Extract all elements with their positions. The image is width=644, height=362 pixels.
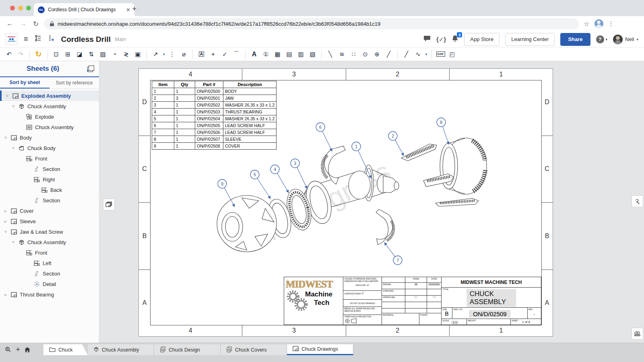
broken-out-section-icon[interactable]: ▨ bbox=[97, 49, 109, 60]
auxiliary-view-icon[interactable]: ⇅ bbox=[85, 49, 97, 60]
hole-table-icon[interactable]: ▥ bbox=[295, 49, 307, 60]
parts-table-row[interactable]: 23ON/P/02501JAW bbox=[152, 95, 277, 102]
share-button[interactable]: Share bbox=[560, 33, 590, 46]
sheet-tree-item-chuck-body[interactable]: ▿Chuck Body bbox=[0, 143, 99, 153]
comments-icon[interactable] bbox=[423, 35, 431, 43]
line-icon[interactable]: ╱ bbox=[400, 49, 412, 60]
parts-table-row[interactable]: 81ON/P/02507SLEEVE bbox=[152, 136, 277, 143]
insert-element-icon[interactable] bbox=[48, 35, 54, 44]
sheet-tree-item-section[interactable]: Section bbox=[0, 268, 99, 279]
dimension-dropdown-icon[interactable]: ▾ bbox=[161, 49, 166, 60]
undo-icon[interactable]: ↶ bbox=[3, 49, 15, 60]
measure-button[interactable] bbox=[632, 328, 643, 339]
mac-minimize-button[interactable] bbox=[18, 6, 23, 10]
url-text[interactable]: midwestmachinetech.onshape.com/documents… bbox=[58, 21, 380, 27]
parts-table-row[interactable]: 41ON/P/02503THRUST BEARING bbox=[152, 109, 277, 115]
sheet-tree-item-section[interactable]: Section bbox=[0, 164, 99, 174]
workspace-name[interactable]: Main bbox=[115, 36, 126, 42]
sheets-flyout-button[interactable] bbox=[103, 199, 115, 210]
parts-table-row[interactable]: 31ON/P/02502WASHER 26.35 x 33 x 1.2 bbox=[152, 102, 277, 109]
forward-icon[interactable]: → bbox=[20, 20, 27, 28]
company-logo[interactable]: MIDWESTMACHINE bbox=[6, 33, 17, 45]
new-tab-button[interactable]: + bbox=[132, 5, 136, 12]
parts-table-row[interactable]: 11ON/P/02500BODY bbox=[152, 88, 277, 95]
sheet-tree-item-body[interactable]: ▿Body bbox=[0, 132, 99, 143]
sheet-tree-item-left[interactable]: Left bbox=[0, 258, 99, 268]
cut-list-icon[interactable]: ▧ bbox=[307, 49, 318, 60]
sheet-tree-item-chuck-assembly[interactable]: Chuck Assembly bbox=[0, 122, 99, 132]
sheet-tree-item-cover[interactable]: ▹Cover bbox=[0, 206, 99, 216]
diameter-dimension-icon[interactable]: ⌀ bbox=[178, 49, 190, 60]
insert-image-icon[interactable]: ◰ bbox=[446, 49, 458, 60]
redo-icon[interactable]: ↷ bbox=[15, 49, 27, 60]
sheet-tree-item-thrust-bearing[interactable]: ▹Thrust Bearing bbox=[0, 289, 99, 300]
export-dxf-icon[interactable]: DXF bbox=[435, 49, 446, 60]
spline-icon[interactable]: ∿ bbox=[412, 49, 424, 60]
centerline-icon[interactable]: ╲ bbox=[324, 49, 336, 60]
caret-down-icon[interactable]: ▿ bbox=[3, 135, 8, 140]
center-mark-icon[interactable]: ⊕ bbox=[371, 49, 383, 60]
chamfer-dimension-icon[interactable]: ╱ bbox=[383, 49, 394, 60]
feature-script-icon[interactable]: {✓} bbox=[436, 36, 446, 43]
browser-menu-icon[interactable]: ⋮ bbox=[608, 20, 614, 27]
bom-table-icon[interactable]: ▤ bbox=[283, 49, 295, 60]
tab-sort-by-sheet[interactable]: Sort by sheet bbox=[0, 77, 50, 88]
app-store-button[interactable]: App Store bbox=[464, 33, 500, 46]
main-menu-icon[interactable]: ≡ bbox=[24, 35, 28, 43]
parts-table-row[interactable]: 51ON/P/02504WASHER 26.35 x 33 x 1.2 bbox=[152, 115, 277, 122]
bolt-circle-icon[interactable]: ⊙ bbox=[359, 49, 371, 60]
geometric-tolerance-icon[interactable]: ⌖ bbox=[207, 49, 219, 60]
sheet-tree-item-explode[interactable]: Explode bbox=[0, 111, 99, 122]
versions-icon[interactable] bbox=[35, 35, 42, 43]
insert-view-icon[interactable]: ⊡ bbox=[50, 49, 62, 60]
mac-maximize-button[interactable] bbox=[26, 6, 31, 10]
tab-close-icon[interactable]: ✕ bbox=[126, 7, 130, 13]
drawing-sheet[interactable]: 4321 4321 DCBA DCBA In progress bbox=[138, 68, 553, 337]
title-block[interactable]: MIDWEST Machine Tech UNLESS OTHERWISE SP… bbox=[284, 277, 541, 325]
datum-icon[interactable]: A bbox=[196, 49, 207, 60]
crop-view-icon[interactable]: ▣ bbox=[132, 49, 144, 60]
detail-view-icon[interactable]: ◔ bbox=[109, 49, 120, 60]
sheet-tree-item-chuck-assembly[interactable]: ▿Chuck Assembly bbox=[0, 101, 99, 111]
search-tabs-icon[interactable] bbox=[5, 346, 12, 353]
note-icon[interactable]: A bbox=[248, 49, 260, 60]
auto-balloon-icon[interactable]: ① bbox=[260, 49, 272, 60]
break-view-icon[interactable]: ≷ bbox=[120, 49, 132, 60]
sheet-tree-item-back[interactable]: Back bbox=[0, 185, 99, 195]
notifications-bell-icon[interactable]: 3 bbox=[452, 35, 458, 43]
learning-center-button[interactable]: Learning Center bbox=[505, 33, 555, 46]
sheet-tree-item-detail[interactable]: ADetail bbox=[0, 279, 99, 289]
bookmark-star-icon[interactable]: ☆ bbox=[584, 20, 589, 28]
sheet-tree-item-front[interactable]: Front bbox=[0, 247, 99, 258]
sheet-tree-item-jaw-lead-screw[interactable]: ▿Jaw & Lead Screw bbox=[0, 226, 99, 237]
caret-down-icon[interactable]: ▿ bbox=[5, 93, 10, 99]
sheet-tree-item-chuck-assembly[interactable]: ▿Chuck Assembly bbox=[0, 237, 99, 247]
caret-right-icon[interactable]: ▹ bbox=[3, 219, 8, 224]
sheet-tree-item-section[interactable]: Section bbox=[0, 195, 99, 206]
projected-view-icon[interactable]: ⊞ bbox=[62, 49, 74, 60]
add-sheet-icon[interactable]: + bbox=[87, 66, 94, 72]
element-tab-chuck-drawings[interactable]: Chuck Drawings bbox=[287, 344, 353, 355]
mac-close-button[interactable] bbox=[10, 6, 15, 10]
element-tab-chuck[interactable]: Chuck bbox=[43, 344, 88, 355]
centerline-two-lines-icon[interactable]: ≋ bbox=[336, 49, 348, 60]
user-avatar[interactable] bbox=[613, 35, 623, 44]
home-icon[interactable] bbox=[24, 347, 31, 353]
spline-dropdown-icon[interactable]: ▾ bbox=[424, 49, 429, 60]
sheet-tree-item-sleeve[interactable]: ▹Sleeve bbox=[0, 216, 99, 226]
user-menu[interactable]: Neil▾ bbox=[613, 35, 638, 44]
parts-table-row[interactable]: 61ON/P/02505LEAD SCREW HALF bbox=[152, 122, 277, 129]
browser-tab[interactable]: On. Cordless Drill | Chuck Drawings ✕ bbox=[34, 3, 134, 16]
address-bar[interactable]: midwestmachinetech.onshape.com/documents… bbox=[44, 18, 579, 29]
center-mark-pattern-icon[interactable]: ∷ bbox=[348, 49, 359, 60]
caret-right-icon[interactable]: ▹ bbox=[3, 292, 8, 297]
parts-table-row[interactable]: 91ON/P/02508COVER bbox=[152, 143, 277, 150]
section-view-icon[interactable]: ◪ bbox=[74, 49, 85, 60]
tab-sort-by-reference[interactable]: Sort by reference bbox=[50, 77, 99, 88]
add-element-icon[interactable]: + bbox=[16, 345, 20, 354]
document-title[interactable]: Cordless Drill bbox=[61, 35, 111, 44]
reload-icon[interactable]: ↻ bbox=[33, 20, 39, 28]
caret-down-icon[interactable]: ▿ bbox=[11, 104, 16, 109]
help-menu[interactable]: ?▾ bbox=[596, 35, 608, 43]
update-views-icon[interactable]: ↻ bbox=[33, 49, 44, 60]
